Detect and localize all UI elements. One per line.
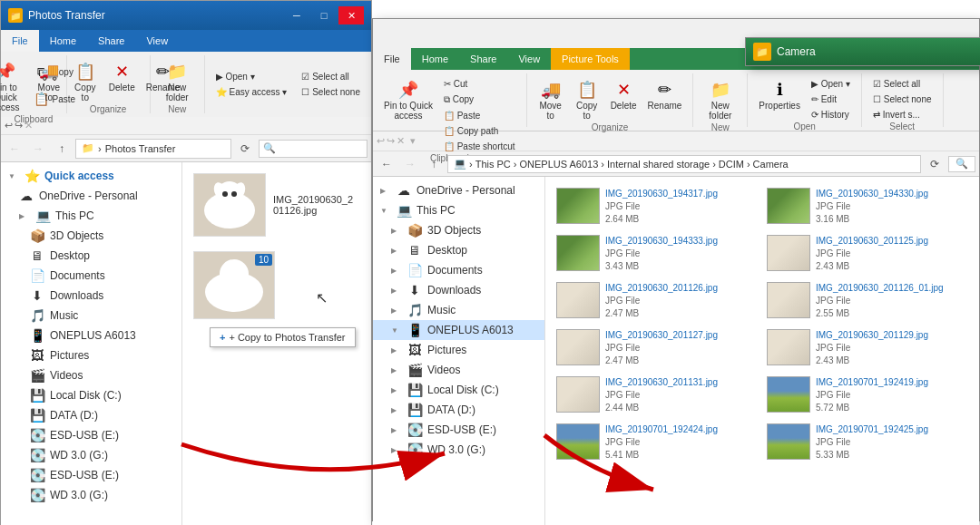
back-btn[interactable]: ← <box>5 139 24 159</box>
file-item-0[interactable]: IMG_20190630_194317.jpg JPG File 2.64 MB <box>553 184 761 229</box>
refresh-btn[interactable]: ⟳ <box>235 139 255 159</box>
tab-view[interactable]: View <box>135 30 179 52</box>
sidebar-pictures[interactable]: 🖼 Pictures <box>1 345 181 365</box>
sidebar-3dobjects[interactable]: 📦 3D Objects <box>1 226 181 246</box>
fg-tab-home[interactable]: Home <box>411 48 459 70</box>
sidebar-downloads[interactable]: ⬇ Downloads <box>1 286 181 306</box>
sidebar-wd-g[interactable]: 💽 WD 3.0 (G:) <box>1 445 181 465</box>
fg-select-all-btn[interactable]: ☑ Select all <box>869 77 936 91</box>
fg-pin-btn[interactable]: 📌 Pin to Quickaccess <box>380 77 436 122</box>
file-item-4[interactable]: IMG_20190630_201126.jpg JPG File 2.47 MB <box>553 278 761 324</box>
search-box[interactable]: 🔍 <box>259 140 368 158</box>
qat-undo[interactable]: ↩ <box>5 120 13 131</box>
fg-back-btn[interactable]: ← <box>377 154 397 174</box>
fg-rename-btn[interactable]: ✏ Rename <box>644 77 686 112</box>
fg-paste-btn[interactable]: 📋 Paste <box>440 109 519 122</box>
fg-tab-picture-tools[interactable]: Picture Tools <box>551 48 630 70</box>
file-item-9[interactable]: IMG_20190701_192419.jpg JPG File 5.72 MB <box>763 373 972 418</box>
fg-sidebar-videos[interactable]: ▶ 🎬 Videos <box>373 360 544 380</box>
file-item-2[interactable]: IMG_20190630_194333.jpg JPG File 3.43 MB <box>553 231 761 277</box>
sidebar-esd-usb-e[interactable]: 💽 ESD-USB (E:) <box>1 425 181 445</box>
file-item-dog2[interactable]: 10 <box>190 248 364 323</box>
fg-properties-btn[interactable]: ℹ Properties <box>755 77 804 112</box>
fg-sidebar-desktop[interactable]: ▶ 🖥 Desktop <box>373 240 544 260</box>
quick-access-header[interactable]: ▼ ⭐ Quick access <box>1 166 181 186</box>
forward-btn[interactable]: → <box>28 139 48 159</box>
file-item-dog1[interactable]: IMG_20190630_201126.jpg <box>190 170 364 240</box>
select-none-btn[interactable]: ☐ Select none <box>298 85 364 99</box>
sidebar-data-d[interactable]: 💾 DATA (D:) <box>1 405 181 425</box>
tab-home[interactable]: Home <box>39 30 87 52</box>
fg-up-btn[interactable]: ↑ <box>424 154 444 174</box>
fg-copy-path-btn[interactable]: 📋 Copy path <box>440 124 519 138</box>
sidebar-onedrive[interactable]: ☁ OneDrive - Personal <box>1 186 181 206</box>
fg-breadcrumb[interactable]: 💻 › This PC › ONEPLUS A6013 › Internal s… <box>447 155 921 173</box>
fg-sidebar-3dobjects[interactable]: ▶ 📦 3D Objects <box>373 220 544 240</box>
sidebar-oneplus[interactable]: 📱 ONEPLUS A6013 <box>1 326 181 345</box>
tab-share[interactable]: Share <box>87 30 135 52</box>
fg-sidebar-thispc[interactable]: ▼ 💻 This PC <box>373 200 544 220</box>
fg-search-btn[interactable]: 🔍 <box>948 156 975 172</box>
copy-to-btn[interactable]: 📋 Copyto <box>69 59 102 104</box>
file-item-8[interactable]: IMG_20190630_201131.jpg JPG File 2.44 MB <box>553 373 761 418</box>
fg-sidebar-oneplus[interactable]: ▼ 📱 ONEPLUS A6013 <box>373 320 544 340</box>
up-btn[interactable]: ↑ <box>52 139 72 159</box>
fg-sidebar-data-d[interactable]: ▶ 💾 DATA (D:) <box>373 400 544 420</box>
fg-qat-redo[interactable]: ↪ <box>387 135 395 147</box>
open-btn[interactable]: ▶ Open ▾ <box>212 70 291 83</box>
sidebar-documents[interactable]: 📄 Documents <box>1 266 181 286</box>
fg-select-none-btn[interactable]: ☐ Select none <box>869 92 936 106</box>
easy-access-btn[interactable]: ⭐ Easy access ▾ <box>212 85 291 99</box>
minimize-btn[interactable]: ─ <box>284 6 309 24</box>
fg-copy-btn[interactable]: ⧉ Copy <box>440 92 519 107</box>
fg-delete-btn[interactable]: ✕ Delete <box>607 77 641 112</box>
maximize-btn[interactable]: □ <box>311 6 337 24</box>
move-to-btn[interactable]: 🚚 Moveto <box>33 59 65 104</box>
fg-sidebar-onedrive[interactable]: ▶ ☁ OneDrive - Personal <box>373 180 544 200</box>
sidebar-esd-usb-e2[interactable]: 💽 ESD-USB (E:) <box>1 465 181 485</box>
tab-file[interactable]: File <box>1 30 39 52</box>
fg-sidebar-pictures[interactable]: ▶ 🖼 Pictures <box>373 340 544 360</box>
file-item-3[interactable]: IMG_20190630_201125.jpg JPG File 2.43 MB <box>763 231 972 277</box>
fg-invert-select-btn[interactable]: ⇄ Invert s... <box>869 108 936 122</box>
fg-history-btn[interactable]: ⟳ History <box>808 108 854 122</box>
fg-paste-shortcut-btn[interactable]: 📋 Paste shortcut <box>440 140 519 153</box>
sidebar-wd-g2[interactable]: 💽 WD 3.0 (G:) <box>1 485 181 505</box>
fg-sidebar-local-disk[interactable]: ▶ 💾 Local Disk (C:) <box>373 380 544 400</box>
bg-breadcrumb[interactable]: 📁 › Photos Transfer <box>75 139 231 159</box>
fg-forward-btn[interactable]: → <box>400 154 420 174</box>
fg-new-folder-btn[interactable]: 📁 Newfolder <box>704 77 737 122</box>
file-item-6[interactable]: IMG_20190630_201127.jpg JPG File 2.47 MB <box>553 326 761 371</box>
file-item-5[interactable]: IMG_20190630_201126_01.jpg JPG File 2.55… <box>763 278 972 324</box>
fg-tab-share[interactable]: Share <box>459 48 507 70</box>
fg-sidebar-wd-g[interactable]: ▶ 💽 WD 3.0 (G:) <box>373 440 544 460</box>
select-all-btn[interactable]: ☑ Select all <box>298 70 364 83</box>
fg-sidebar-music[interactable]: ▶ 🎵 Music <box>373 300 544 320</box>
new-folder-btn[interactable]: 📁 Newfolder <box>161 59 193 104</box>
fg-move-btn[interactable]: 🚚 Moveto <box>534 77 567 122</box>
fg-sidebar-documents[interactable]: ▶ 📄 Documents <box>373 260 544 280</box>
fg-open-btn[interactable]: ▶ Open ▾ <box>808 77 854 91</box>
fg-sidebar-esd-e[interactable]: ▶ 💽 ESD-USB (E:) <box>373 420 544 440</box>
sidebar-music[interactable]: 🎵 Music <box>1 306 181 326</box>
fg-tab-view[interactable]: View <box>507 48 551 70</box>
file-item-10[interactable]: IMG_20190701_192424.jpg JPG File 5.41 MB <box>553 420 761 465</box>
fg-tab-file[interactable]: File <box>373 48 411 70</box>
delete-btn[interactable]: ✕ Delete <box>105 59 139 94</box>
fg-qat-undo[interactable]: ↩ <box>377 135 385 147</box>
sidebar-videos[interactable]: 🎬 Videos <box>1 365 181 385</box>
qat-redo[interactable]: ↪ <box>15 120 23 131</box>
pin-to-quick-btn[interactable]: 📌 Pin to Quickaccess <box>0 59 24 114</box>
sidebar-local-disk-c[interactable]: 💾 Local Disk (C:) <box>1 385 181 405</box>
sidebar-thispc[interactable]: ▶ 💻 This PC <box>1 206 181 226</box>
fg-edit-btn[interactable]: ✏ Edit <box>808 92 854 106</box>
file-item-1[interactable]: IMG_20190630_194330.jpg JPG File 3.16 MB <box>763 184 972 229</box>
search-input[interactable]: 🔍 <box>263 142 276 154</box>
file-item-11[interactable]: IMG_20190701_192425.jpg JPG File 5.33 MB <box>763 420 972 465</box>
fg-copy-to-btn[interactable]: 📋 Copyto <box>571 77 603 122</box>
sidebar-desktop[interactable]: 🖥 Desktop <box>1 246 181 266</box>
file-item-7[interactable]: IMG_20190630_201129.jpg JPG File 2.43 MB <box>763 326 972 371</box>
fg-refresh-btn[interactable]: ⟳ <box>925 154 945 174</box>
fg-sidebar-downloads[interactable]: ▶ ⬇ Downloads <box>373 280 544 300</box>
fg-cut-btn[interactable]: ✂ Cut <box>440 77 519 91</box>
